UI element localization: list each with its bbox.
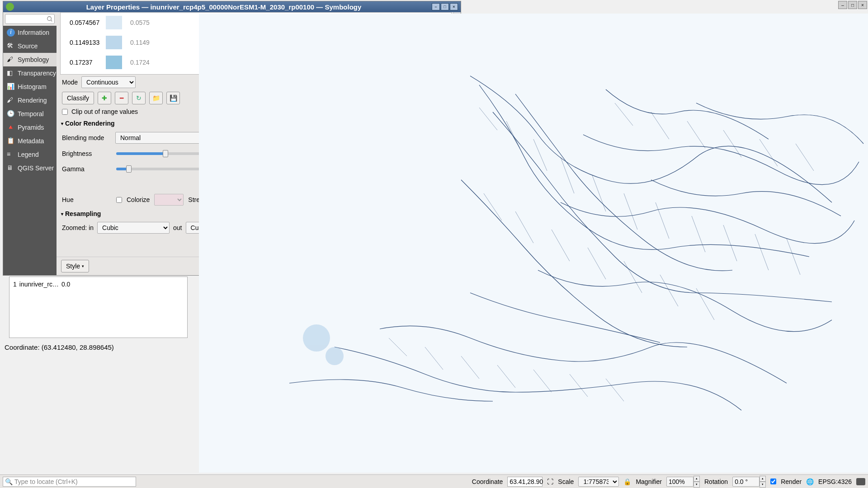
- gamma-label: Gamma: [62, 165, 112, 173]
- main-window-controls: – □ ×: [837, 0, 868, 10]
- spin-down[interactable]: ▾: [693, 482, 700, 488]
- folder-icon: 📁: [152, 94, 160, 102]
- sidebar-label: Rendering: [18, 97, 47, 104]
- ramp-swatch: [106, 56, 122, 69]
- messages-icon[interactable]: [856, 478, 865, 485]
- colorize-checkbox[interactable]: [116, 197, 122, 203]
- locator-placeholder: Type to locate (Ctrl+K): [14, 478, 78, 485]
- temporal-icon: 🕒: [7, 110, 15, 118]
- sidebar-item-information[interactable]: iInformation: [3, 26, 57, 39]
- ramp-label: 0.1149: [130, 39, 150, 46]
- sidebar-item-legend[interactable]: ≡Legend: [3, 148, 57, 161]
- map-render: [199, 14, 868, 473]
- style-menu-button[interactable]: Style ▾: [61, 260, 89, 272]
- zoomed-in-select[interactable]: Cubic: [97, 222, 170, 234]
- coordinate-readout: Coordinate: (63.412480, 28.898645): [5, 343, 114, 351]
- crs-label[interactable]: EPSG:4326: [818, 478, 852, 485]
- locator-input[interactable]: 🔍 Type to locate (Ctrl+K): [3, 477, 136, 487]
- sidebar-item-qgis-server[interactable]: 🖥QGIS Server: [3, 161, 57, 175]
- dialog-minimize-button[interactable]: –: [432, 3, 440, 10]
- section-title: Resampling: [65, 210, 101, 217]
- ramp-label: 0.1724: [130, 59, 150, 66]
- chevron-down-icon: ▾: [82, 264, 84, 268]
- coord-label: Coordinate: [472, 478, 503, 485]
- map-canvas[interactable]: [199, 14, 868, 473]
- sidebar-label: Source: [18, 42, 38, 50]
- colorize-color[interactable]: [154, 194, 184, 206]
- qgis-icon: [6, 3, 14, 11]
- sidebar-label: QGIS Server: [18, 164, 54, 172]
- refresh-icon: ↻: [136, 94, 142, 102]
- server-icon: 🖥: [7, 164, 15, 172]
- brightness-label: Brightness: [62, 150, 112, 157]
- scale-label: Scale: [558, 478, 574, 485]
- minus-icon: ━: [120, 94, 123, 102]
- toggle-extents-icon[interactable]: ⛶: [547, 478, 553, 485]
- section-title: Color Rendering: [65, 120, 115, 127]
- sidebar-search: [3, 12, 57, 26]
- colorize-label: Colorize: [127, 196, 150, 203]
- crs-icon[interactable]: 🌐: [806, 478, 814, 485]
- main-close-button[interactable]: ×: [858, 1, 867, 9]
- dialog-titlebar[interactable]: Layer Properties — inunriver_rcp4p5_0000…: [3, 1, 461, 12]
- metadata-icon: 📋: [7, 137, 15, 145]
- layer-index: 1: [13, 281, 17, 288]
- sidebar-item-pyramids[interactable]: 🔺Pyramids: [3, 121, 57, 134]
- sidebar-search-input[interactable]: [5, 14, 55, 24]
- hue-label: Hue: [62, 196, 112, 203]
- style-label: Style: [66, 263, 80, 270]
- pyramids-icon: 🔺: [7, 123, 15, 131]
- sidebar-item-transparency[interactable]: ◧Transparency: [3, 66, 57, 80]
- clip-label: Clip out of range values: [71, 108, 138, 115]
- sidebar-label: Transparency: [18, 70, 56, 77]
- coord-field[interactable]: 63.41,28.90: [507, 477, 542, 487]
- ramp-value: 0.1149133: [61, 39, 106, 46]
- symbology-icon: 🖌: [7, 56, 15, 64]
- status-bar: 🔍 Type to locate (Ctrl+K) Coordinate 63.…: [0, 474, 868, 488]
- svg-point-2: [326, 347, 344, 365]
- spin-down[interactable]: ▾: [760, 482, 766, 488]
- plus-icon: ✚: [102, 94, 107, 102]
- render-label: Render: [781, 478, 802, 485]
- legend-icon: ≡: [7, 150, 15, 159]
- dialog-maximize-button[interactable]: □: [441, 3, 449, 10]
- ramp-label: 0.0575: [130, 19, 150, 26]
- clip-checkbox[interactable]: [62, 109, 68, 115]
- layers-panel[interactable]: 1 inunriver_rc… 0.0: [9, 277, 188, 338]
- scale-select[interactable]: 1:7758730: [578, 477, 619, 487]
- rotation-spin[interactable]: ▴▾: [732, 476, 766, 488]
- lock-icon[interactable]: 🔒: [623, 478, 631, 485]
- load-style-button[interactable]: 📁: [149, 92, 163, 104]
- histogram-icon: 📊: [7, 83, 15, 91]
- sidebar-label: Symbology: [18, 56, 49, 63]
- spin-up[interactable]: ▴: [693, 476, 700, 482]
- svg-point-1: [303, 324, 330, 352]
- add-class-button[interactable]: ✚: [98, 92, 111, 104]
- refresh-button[interactable]: ↻: [132, 92, 146, 104]
- sidebar-label: Legend: [18, 151, 39, 158]
- zoomed-in-label: Zoomed: in: [62, 224, 94, 231]
- sidebar-item-metadata[interactable]: 📋Metadata: [3, 134, 57, 148]
- render-checkbox[interactable]: [770, 479, 776, 484]
- sidebar-item-histogram[interactable]: 📊Histogram: [3, 80, 57, 94]
- remove-class-button[interactable]: ━: [115, 92, 128, 104]
- mode-select[interactable]: Continuous: [81, 76, 136, 88]
- classify-button[interactable]: Classify: [62, 92, 94, 104]
- sidebar-item-rendering[interactable]: 🖌Rendering: [3, 94, 57, 107]
- dialog-close-button[interactable]: ×: [450, 3, 458, 10]
- sidebar-item-symbology[interactable]: 🖌Symbology: [3, 53, 57, 66]
- transparency-icon: ◧: [7, 69, 15, 77]
- layer-value: 0.0: [61, 281, 70, 288]
- magnifier-spin[interactable]: ▴▾: [666, 476, 700, 488]
- main-maximize-button[interactable]: □: [848, 1, 857, 9]
- sidebar-label: Metadata: [18, 137, 44, 145]
- sidebar-item-temporal[interactable]: 🕒Temporal: [3, 107, 57, 121]
- save-style-button[interactable]: 💾: [166, 92, 180, 104]
- layer-row[interactable]: 1 inunriver_rc… 0.0: [12, 280, 184, 289]
- sidebar-label: Histogram: [18, 83, 47, 90]
- sidebar-item-source[interactable]: 🛠Source: [3, 39, 57, 53]
- spin-up[interactable]: ▴: [760, 476, 766, 482]
- main-minimize-button[interactable]: –: [838, 1, 847, 9]
- ramp-swatch: [106, 36, 122, 49]
- blending-label: Blending mode: [62, 134, 112, 141]
